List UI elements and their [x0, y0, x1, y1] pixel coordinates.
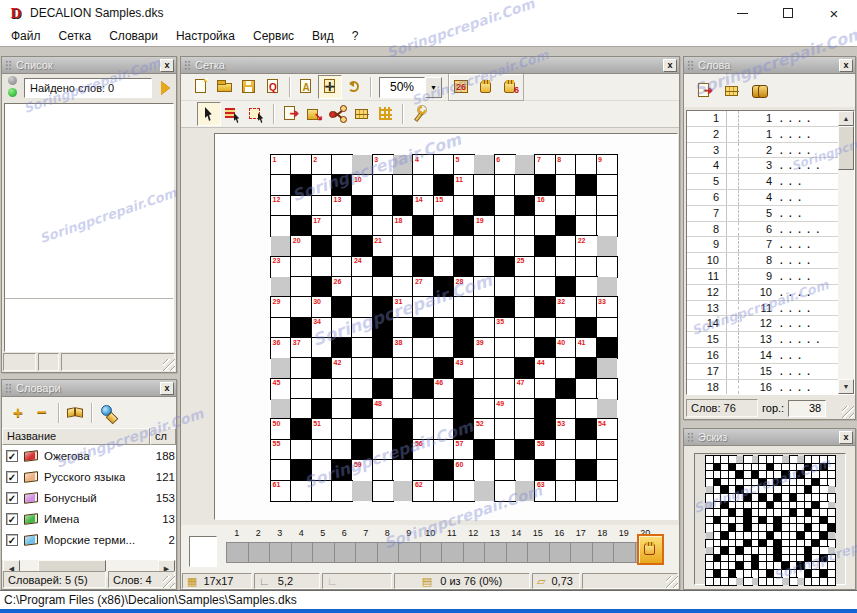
- scroll-up-icon[interactable]: ▲: [838, 111, 854, 126]
- grid-cell-white[interactable]: [782, 532, 790, 540]
- grid-cell-black[interactable]: [393, 440, 413, 460]
- grid-cell-white[interactable]: 16: [535, 196, 555, 216]
- grid-cell-white[interactable]: [797, 509, 805, 517]
- grid-cell-black[interactable]: [434, 460, 454, 480]
- grid-cell-white[interactable]: 8: [556, 155, 576, 175]
- grid-cell-white[interactable]: [729, 578, 737, 586]
- open-dictionary-button[interactable]: [63, 401, 87, 425]
- grid-cell-black[interactable]: [352, 440, 372, 460]
- grid-cell-black[interactable]: [597, 338, 617, 358]
- grid-cell-white[interactable]: [820, 540, 828, 548]
- list-splitter[interactable]: [5, 298, 173, 299]
- word-row[interactable]: 75...: [687, 206, 838, 222]
- grid-cell-white[interactable]: [797, 517, 805, 525]
- dictionary-row[interactable]: ✓Русского языка121: [2, 466, 176, 487]
- grid-cell-white[interactable]: 22: [576, 236, 596, 256]
- grid-cell-black[interactable]: [312, 399, 332, 419]
- grid-cell-black[interactable]: [556, 277, 576, 297]
- grid-cell-white[interactable]: [576, 216, 596, 236]
- grid-cell-white[interactable]: [714, 562, 722, 570]
- grid-cell-white[interactable]: [744, 464, 752, 472]
- grid-cell-black[interactable]: [759, 540, 767, 548]
- grid-cell-white[interactable]: 31: [393, 297, 413, 317]
- panel-grid-titlebar[interactable]: Сетка x: [181, 57, 679, 74]
- length-ruler[interactable]: [226, 542, 657, 563]
- grid-cell-white[interactable]: [820, 547, 828, 555]
- grid-cell-white[interactable]: 10: [352, 175, 372, 195]
- grid-cell-white[interactable]: 7: [535, 155, 555, 175]
- grid-cell-white[interactable]: [812, 517, 820, 525]
- grid-cell-black[interactable]: [454, 379, 474, 399]
- grid-cell-white[interactable]: [759, 532, 767, 540]
- grid-cell-white[interactable]: [812, 547, 820, 555]
- grid-cell-black[interactable]: [812, 502, 820, 510]
- grid-cell-white[interactable]: [797, 570, 805, 578]
- grid-cell-white[interactable]: [352, 277, 372, 297]
- grid-cell-white[interactable]: [597, 318, 617, 338]
- grid-cell-white[interactable]: [767, 494, 775, 502]
- grid-cell-white[interactable]: [790, 502, 798, 510]
- grid-cell-white[interactable]: [332, 481, 352, 501]
- grid-cell-white[interactable]: [721, 578, 729, 586]
- grid-cell-white[interactable]: [736, 494, 744, 502]
- grid-cell-white[interactable]: [706, 517, 714, 525]
- grid-cell-white[interactable]: [759, 570, 767, 578]
- ruler-cell[interactable]: [571, 542, 593, 563]
- grid-cell-black[interactable]: [721, 502, 729, 510]
- grid-cell-white[interactable]: [714, 578, 722, 586]
- grid-cell-white[interactable]: [759, 456, 767, 464]
- dictionary-row[interactable]: ✓Морские терми...2: [2, 529, 176, 550]
- grid-cell-black[interactable]: [774, 494, 782, 502]
- grid-cell-black[interactable]: [820, 464, 828, 472]
- grid-cell-white[interactable]: [744, 486, 752, 494]
- grid-cell-black[interactable]: [774, 517, 782, 525]
- grid-cell-white[interactable]: [495, 419, 515, 439]
- grid-cell-white[interactable]: [474, 236, 494, 256]
- grid-cell-white[interactable]: [556, 318, 576, 338]
- menu-item-3[interactable]: Словари: [100, 27, 167, 45]
- grid-cell-black[interactable]: [714, 517, 722, 525]
- grid-cell-white[interactable]: 58: [535, 440, 555, 460]
- grid-cell-white[interactable]: [767, 517, 775, 525]
- grid-cell-white[interactable]: [812, 524, 820, 532]
- panel-sketch-close-icon[interactable]: x: [839, 431, 853, 444]
- grid-cell-white[interactable]: [312, 338, 332, 358]
- ruler-cell[interactable]: [270, 542, 292, 563]
- grid-cell-white[interactable]: [556, 257, 576, 277]
- grid-cell-black[interactable]: [721, 486, 729, 494]
- grid-cell-white[interactable]: [714, 486, 722, 494]
- grid-cell-white[interactable]: 33: [597, 297, 617, 317]
- grid-cell-white[interactable]: [332, 257, 352, 277]
- grid-cell-white[interactable]: 17: [312, 216, 332, 236]
- grid-cell-white[interactable]: [597, 460, 617, 480]
- ruler-cell[interactable]: [227, 542, 249, 563]
- grid-cell-white[interactable]: 13: [332, 196, 352, 216]
- grid-cell-white[interactable]: [576, 399, 596, 419]
- grid-cell-white[interactable]: [721, 562, 729, 570]
- grid-cell-white[interactable]: [373, 460, 393, 480]
- ruler-cell[interactable]: [421, 542, 443, 563]
- grid-cell-black[interactable]: [332, 460, 352, 480]
- grid-cell-black[interactable]: [736, 471, 744, 479]
- grid-canvas[interactable]: 1234567891011121314151617181920212223242…: [214, 133, 678, 520]
- grid-cell-black[interactable]: [576, 460, 596, 480]
- new-grid-button[interactable]: [189, 75, 213, 99]
- grid-cell-white[interactable]: [373, 196, 393, 216]
- panel-sketch-titlebar[interactable]: Эскиз x: [684, 429, 855, 446]
- grid-cell-white[interactable]: [759, 509, 767, 517]
- grid-cell-white[interactable]: [812, 532, 820, 540]
- ruler-cell[interactable]: [399, 542, 421, 563]
- grid-cell-white[interactable]: 44: [535, 358, 555, 378]
- word-row[interactable]: 1311....: [687, 301, 838, 317]
- grid-cell-black[interactable]: [413, 257, 433, 277]
- grid-cell-white[interactable]: [291, 440, 311, 460]
- grid-cell-white[interactable]: [332, 379, 352, 399]
- grid-cell-black[interactable]: [373, 379, 393, 399]
- grid-cell-white[interactable]: [744, 502, 752, 510]
- grid-cell-white[interactable]: [759, 502, 767, 510]
- grid-cell-white[interactable]: [474, 379, 494, 399]
- grid-cell-black[interactable]: [767, 570, 775, 578]
- grid-cell-white[interactable]: [828, 570, 836, 578]
- grid-cell-white[interactable]: 46: [434, 379, 454, 399]
- grid-cell-black[interactable]: [774, 524, 782, 532]
